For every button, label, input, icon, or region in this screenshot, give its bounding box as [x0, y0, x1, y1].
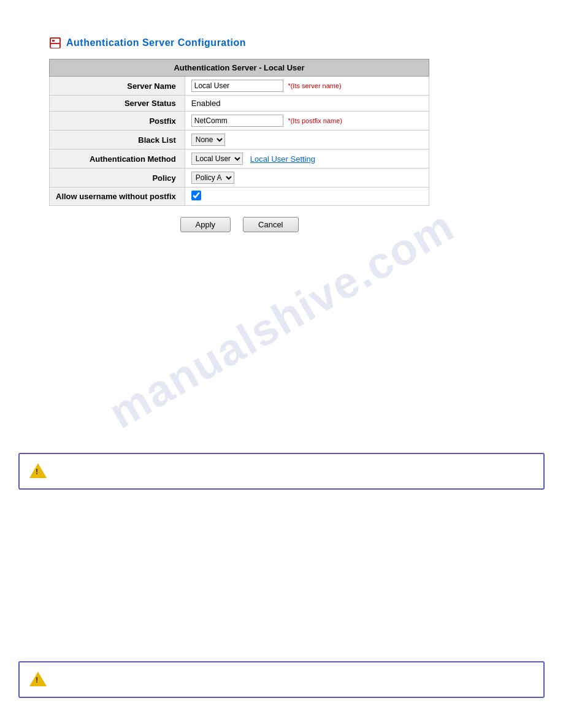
allow-postfix-checkbox[interactable] — [191, 191, 201, 200]
policy-cell: Policy A — [185, 169, 429, 188]
page-title: Authentication Server Configuration — [66, 37, 246, 48]
server-name-label: Server Name — [50, 77, 185, 96]
blacklist-label: Black List — [50, 131, 185, 150]
policy-select[interactable]: Policy A — [191, 172, 234, 184]
cancel-button[interactable]: Cancel — [243, 217, 298, 232]
warning-box-1 — [18, 453, 545, 490]
server-name-input[interactable] — [191, 80, 283, 92]
warning-icon-1 — [29, 463, 47, 480]
postfix-input[interactable] — [191, 115, 283, 127]
auth-method-select[interactable]: Local User — [191, 153, 243, 165]
table-row: Server Name *(Its server name) — [50, 77, 429, 96]
blacklist-cell: None — [185, 131, 429, 150]
local-user-setting-link[interactable]: Local User Setting — [250, 154, 315, 164]
svg-rect-3 — [52, 40, 55, 42]
server-name-cell: *(Its server name) — [185, 77, 429, 96]
server-status-cell: Enabled — [185, 96, 429, 112]
postfix-hint: *(Its postfix name) — [288, 117, 342, 124]
policy-label: Policy — [50, 169, 185, 188]
postfix-cell: *(Its postfix name) — [185, 112, 429, 131]
auth-method-cell: Local User Local User Setting — [185, 150, 429, 169]
table-header: Authentication Server - Local User — [50, 59, 429, 77]
table-row: Postfix *(Its postfix name) — [50, 112, 429, 131]
table-row: Authentication Method Local User Local U… — [50, 150, 429, 169]
table-row: Server Status Enabled — [50, 96, 429, 112]
table-row: Black List None — [50, 131, 429, 150]
config-table: Authentication Server - Local User Serve… — [49, 59, 429, 206]
server-status-value: Enabled — [191, 99, 221, 108]
blacklist-select[interactable]: None — [191, 134, 225, 146]
page-title-section: Authentication Server Configuration — [49, 37, 514, 49]
table-row: Allow username without postfix — [50, 188, 429, 206]
table-row: Policy Policy A — [50, 169, 429, 188]
auth-method-label: Authentication Method — [50, 150, 185, 169]
allow-postfix-label: Allow username without postfix — [50, 188, 185, 206]
warning-box-2 — [18, 661, 545, 698]
svg-rect-2 — [51, 44, 59, 48]
buttons-row: Apply Cancel — [49, 217, 429, 232]
allow-postfix-cell — [185, 188, 429, 206]
server-status-label: Server Status — [50, 96, 185, 112]
postfix-label: Postfix — [50, 112, 185, 131]
warning-icon-2 — [29, 672, 47, 688]
server-config-icon — [49, 37, 61, 49]
apply-button[interactable]: Apply — [180, 217, 231, 232]
server-name-hint: *(Its server name) — [288, 82, 341, 89]
